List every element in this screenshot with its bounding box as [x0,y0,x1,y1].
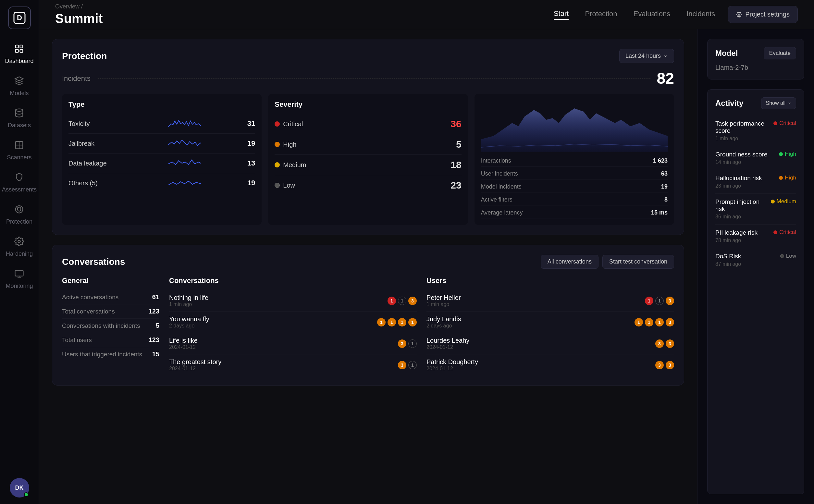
activity-name: Prompt injection risk [715,198,768,213]
sidebar-item-monitoring[interactable]: Monitoring [6,267,33,289]
activity-badge-high-orange: High [779,175,796,181]
activity-item-task-performance[interactable]: Task performance score 1 min ago Critica… [715,116,796,146]
sidebar-item-protection[interactable]: Protection [6,203,32,225]
stat-label: Active filters [481,196,512,203]
all-conversations-button[interactable]: All conversations [541,255,598,269]
nav-item-evaluations[interactable]: Evaluations [633,10,670,19]
sidebar-item-label: Protection [6,218,32,225]
activity-header: Activity Show all [715,97,796,109]
svg-text:D: D [17,14,22,22]
right-panel: Model Evaluate Llama-2-7b Activity Show … [697,29,814,504]
sidebar-item-scanners[interactable]: Scanners [7,139,31,161]
start-test-conversation-button[interactable]: Start test conversation [602,255,674,269]
stat-label: Average latency [481,209,523,216]
time-filter-button[interactable]: Last 24 hours [619,49,674,63]
high-dot [275,142,280,147]
stat-value: 63 [661,170,668,177]
general-label: Total users [62,337,92,344]
user-time: 2024-01-12 [426,344,469,350]
general-label: Active conversations [62,294,118,301]
sidebar-item-dashboard[interactable]: Dashboard [5,42,33,65]
avatar[interactable]: DK [10,478,29,498]
type-count: 19 [242,179,255,187]
severity-name: Critical [283,120,447,128]
activity-item-prompt-injection-risk[interactable]: Prompt injection risk 36 min ago Medium [715,194,796,225]
stat-label: Model incidents [481,183,522,190]
evaluate-button[interactable]: Evaluate [764,47,796,59]
header: Overview / Summit Start Protection Evalu… [39,0,814,29]
activity-item-info: Hallucination risk 23 min ago [715,175,762,189]
conv-item-life-is-like[interactable]: Life is like 2024-01-12 3 1 [169,333,417,354]
svg-rect-5 [20,50,23,53]
general-value: 61 [152,293,159,301]
online-status-dot [24,492,29,497]
conv-item-info: Life is like 2024-01-12 [169,337,198,350]
conversations-grid: General Active conversations 61 Total co… [62,277,674,375]
stat-row-user-incidents: User incidents 63 [481,168,668,179]
model-title: Model [715,49,738,58]
type-name: Others (5) [68,179,127,187]
sidebar-item-label: Hardening [6,251,33,257]
project-settings-button[interactable]: Project settings [728,6,798,23]
nav-item-incidents[interactable]: Incidents [686,10,715,19]
type-count: 31 [242,119,255,128]
svg-point-15 [738,14,740,15]
user-item-peter-heller[interactable]: Peter Heller 1 min ago 1 1 3 [426,290,674,312]
sidebar: D Dashboard Models [0,0,39,504]
sidebar-item-datasets[interactable]: Datasets [8,106,31,129]
stat-value: 19 [661,183,668,190]
activity-item-dos-risk[interactable]: DoS Risk 87 min ago Low [715,248,796,272]
stat-row-avg-latency: Average latency 15 ms [481,207,668,218]
badge-high: 1 [388,318,396,326]
show-all-button[interactable]: Show all [761,97,796,109]
sidebar-item-assessments[interactable]: Assessments [2,171,37,193]
activity-item-groundness-score[interactable]: Ground ness score 14 min ago High [715,146,796,170]
critical-dot [275,121,280,127]
circle-shield-icon [13,203,26,216]
high-activity-dot [779,152,783,156]
stat-row-active-filters: Active filters 8 [481,194,668,205]
nav-item-start[interactable]: Start [554,9,569,20]
general-section: General Active conversations 61 Total co… [62,277,159,375]
stat-value: 8 [664,196,668,203]
incidents-row: Incidents 82 [62,69,674,87]
activity-item-pii-leakage-risk[interactable]: PII leakage risk 78 min ago Critical [715,225,796,248]
conv-item-nothing-in-life[interactable]: Nothing in life 1 min ago 1 1 3 [169,290,417,312]
page-title: Summit [55,11,541,26]
protection-grid: Type Toxicity 31 Jailbreak [62,94,674,225]
user-item-info: Patrick Dougherty 2024-01-12 [426,358,478,372]
model-name: Llama-2-7b [715,64,796,71]
activity-name: Hallucination risk [715,175,762,182]
conv-item-wanna-fly[interactable]: You wanna fly 2 days ago 1 1 1 1 [169,312,417,333]
sidebar-nav: Dashboard Models Datasets [2,42,37,478]
type-row: Data leakage 13 [68,154,255,173]
activity-item-info: DoS Risk 87 min ago [715,253,741,267]
severity-row-medium: Medium 18 [275,155,461,175]
user-item-patrick-dougherty[interactable]: Patrick Dougherty 2024-01-12 3 3 [426,354,674,375]
user-time: 1 min ago [426,301,461,307]
general-row-with-incidents: Conversations with incidents 5 [62,319,159,333]
type-row: Jailbreak 19 [68,134,255,154]
conversations-list-title: Conversations [169,277,417,285]
user-item-judy-landis[interactable]: Judy Landis 2 days ago 1 1 1 3 [426,312,674,333]
user-badges: 3 3 [655,339,674,348]
critical-activity-dot [773,121,777,125]
conv-item-greatest-story[interactable]: The greatest story 2024-01-12 3 1 [169,354,417,375]
conv-name: Nothing in life [169,294,208,301]
general-value: 15 [152,350,159,358]
app-logo[interactable]: D [8,6,31,29]
activity-item-hallucination-risk[interactable]: Hallucination risk 23 min ago High [715,170,796,194]
activity-title: Activity [715,99,744,108]
badge-high: 3 [666,339,674,348]
users-title: Users [426,277,674,285]
user-badges: 1 1 3 [645,297,674,305]
sidebar-item-hardening[interactable]: Hardening [6,235,33,257]
nav-item-protection[interactable]: Protection [585,10,617,19]
user-item-lourdes-leahy[interactable]: Lourdes Leahy 2024-01-12 3 3 [426,333,674,354]
stat-row-interactions: Interactions 1 623 [481,155,668,166]
activity-item-info: Ground ness score 14 min ago [715,151,768,165]
severity-row-low: Low 23 [275,175,461,195]
sidebar-item-models[interactable]: Models [10,74,29,97]
badge-high: 1 [645,318,653,326]
activity-time: 1 min ago [715,136,770,141]
